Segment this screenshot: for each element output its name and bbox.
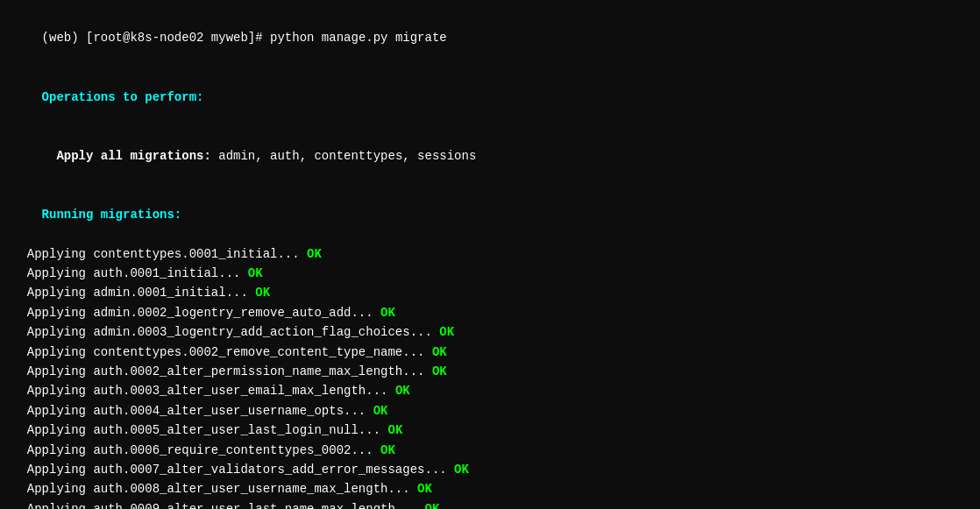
migration-text: Applying auth.0001_initial... [12,266,248,280]
migration-text: Applying auth.0004_alter_user_username_o… [12,404,373,418]
running-label: Running migrations: [42,208,182,222]
migration-text: Applying auth.0003_alter_user_email_max_… [12,384,395,398]
migration-ok: OK [424,502,439,509]
migration-line: Applying auth.0003_alter_user_email_max_… [12,381,968,400]
migration-ok: OK [454,463,469,477]
terminal-window: (web) [root@k8s-node02 myweb]# python ma… [0,0,980,509]
operations-header: Operations to perform: [12,67,968,126]
migration-line: Applying admin.0003_logentry_add_action_… [12,322,968,342]
prompt: (web) [root@k8s-node02 myweb]# [42,31,270,45]
migration-text: Applying auth.0007_alter_validators_add_… [12,463,454,477]
migration-line: Applying auth.0007_alter_validators_add_… [12,460,968,479]
migration-line: Applying auth.0009_alter_user_last_name_… [12,499,968,509]
operations-label: Operations to perform: [42,90,204,104]
migration-line: Applying auth.0001_initial... OK [12,264,968,283]
migration-ok: OK [432,345,447,359]
migration-text: Applying contenttypes.0001_initial... [12,247,307,261]
migration-ok: OK [439,325,454,339]
migration-ok: OK [432,364,447,378]
migration-line: Applying auth.0002_alter_permission_name… [12,362,968,381]
migration-line: Applying auth.0008_alter_user_username_m… [12,479,968,498]
command-line: (web) [root@k8s-node02 myweb]# python ma… [12,9,968,67]
migration-text: Applying admin.0001_initial... [12,286,255,300]
migration-line: Applying auth.0004_alter_user_username_o… [12,401,968,421]
running-header: Running migrations: [12,186,968,244]
migration-line: Applying admin.0002_logentry_remove_auto… [12,303,968,322]
migration-line: Applying admin.0001_initial... OK [12,283,968,302]
migration-ok: OK [387,423,402,437]
apply-all-line: Apply all migrations: admin, auth, conte… [12,126,968,185]
migration-text: Applying admin.0002_logentry_remove_auto… [12,306,380,320]
migration-ok: OK [255,286,270,300]
migration-ok: OK [248,266,263,280]
migration-text: Applying auth.0008_alter_user_username_m… [12,482,417,496]
migration-ok: OK [307,247,322,261]
migration-text: Applying admin.0003_logentry_add_action_… [12,325,439,339]
migration-line: Applying auth.0006_require_contenttypes_… [12,441,968,460]
migration-ok: OK [395,384,410,398]
apply-all-label: Apply all migrations: [42,149,211,163]
migration-text: Applying auth.0009_alter_user_last_name_… [12,502,424,509]
migration-text: Applying contenttypes.0002_remove_conten… [12,345,432,359]
apply-all-value: admin, auth, contenttypes, sessions [211,149,476,163]
migration-ok: OK [417,482,432,496]
migration-line: Applying contenttypes.0001_initial... OK [12,244,968,264]
migration-line: Applying auth.0005_alter_user_last_login… [12,421,968,440]
migration-line: Applying contenttypes.0002_remove_conten… [12,343,968,362]
migration-ok: OK [380,443,395,457]
migration-ok: OK [373,404,388,418]
migration-text: Applying auth.0002_alter_permission_name… [12,364,432,378]
migration-list: Applying contenttypes.0001_initial... OK… [12,244,968,509]
migration-ok: OK [380,306,395,320]
migration-text: Applying auth.0006_require_contenttypes_… [12,443,380,457]
migration-text: Applying auth.0005_alter_user_last_login… [12,423,387,437]
command-text: python manage.py migrate [270,31,447,45]
